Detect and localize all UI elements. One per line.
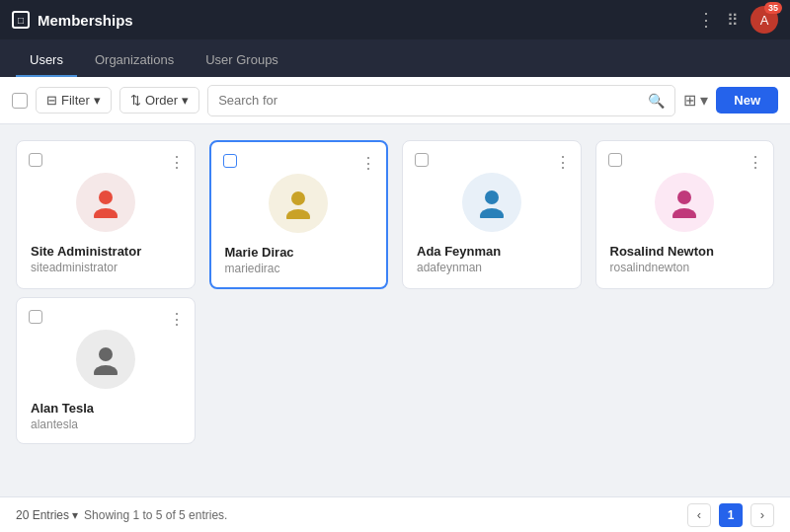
user-cards-row2: ⋮ Alan Tesla alantesla (0, 297, 790, 460)
order-icon: ⇅ (130, 93, 141, 108)
filter-button[interactable]: ⊟ Filter ▾ (36, 87, 112, 114)
card-info-3: Rosalind Newton rosalindnewton (608, 244, 762, 274)
empty-slot-1 (209, 297, 389, 444)
tab-users[interactable]: Users (16, 44, 77, 77)
user-card-ada-feynman[interactable]: ⋮ Ada Feynman adafeynman (402, 140, 582, 289)
card-checkbox-2[interactable] (415, 153, 429, 167)
avatar-area-0 (29, 173, 183, 232)
card-name-1: Marie Dirac (225, 245, 373, 260)
card-info-1: Marie Dirac mariedirac (223, 245, 375, 275)
new-button[interactable]: New (716, 87, 778, 114)
top-bar: □ Memberships ⋮ ⠿ A 35 (0, 0, 790, 39)
footer: 20 Entries ▾ Showing 1 to 5 of 5 entries… (0, 496, 790, 532)
avatar-area-1 (223, 174, 375, 233)
view-toggle[interactable]: ⊞ ▾ (683, 91, 708, 110)
user-avatar-3 (655, 173, 714, 232)
tab-user-groups[interactable]: User Groups (192, 44, 292, 77)
card-name-0: Site Administrator (31, 244, 181, 259)
app-title: Memberships (38, 12, 133, 29)
empty-slot-2 (402, 297, 582, 444)
select-all-checkbox[interactable] (12, 93, 28, 109)
user-avatar-4 (76, 330, 135, 389)
avatar-area-3 (608, 173, 762, 232)
filter-icon: ⊟ (46, 93, 57, 108)
user-card-marie-dirac[interactable]: ⋮ Marie Dirac mariedirac (209, 140, 389, 289)
notification-badge: 35 (764, 2, 782, 14)
svg-point-9 (94, 365, 118, 375)
card-checkbox-0[interactable] (29, 153, 42, 167)
entries-label: 20 Entries (16, 508, 69, 522)
top-bar-right: ⋮ ⠿ A 35 (697, 6, 778, 34)
order-button[interactable]: ⇅ Order ▾ (119, 87, 199, 114)
grid-icon[interactable]: ⠿ (727, 11, 739, 30)
card-menu-3[interactable]: ⋮ (748, 153, 763, 172)
showing-label: Showing 1 to 5 of 5 entries. (84, 508, 227, 522)
svg-point-7 (672, 208, 696, 218)
card-name-2: Ada Feynman (417, 244, 567, 259)
card-menu-4[interactable]: ⋮ (169, 310, 185, 329)
filter-chevron-icon: ▾ (94, 93, 101, 108)
svg-point-3 (286, 209, 310, 219)
svg-point-2 (291, 191, 305, 205)
card-username-2: adafeynman (417, 261, 567, 274)
top-bar-left: □ Memberships (12, 11, 133, 29)
svg-point-1 (94, 208, 118, 218)
prev-page-button[interactable]: ‹ (687, 503, 711, 527)
card-checkbox-3[interactable] (608, 153, 622, 167)
empty-slot-3 (595, 297, 775, 444)
tab-bar: Users Organizations User Groups (0, 39, 790, 77)
card-username-1: mariedirac (225, 262, 373, 275)
search-input[interactable] (218, 93, 648, 108)
search-icon: 🔍 (648, 93, 665, 109)
search-container: 🔍 (207, 85, 675, 116)
order-chevron-icon: ▾ (182, 93, 189, 108)
user-card-rosalind-newton[interactable]: ⋮ Rosalind Newton rosalindnewton (595, 140, 775, 289)
card-checkbox-4[interactable] (29, 310, 42, 324)
card-username-3: rosalindnewton (610, 261, 760, 274)
footer-left: 20 Entries ▾ Showing 1 to 5 of 5 entries… (16, 508, 227, 522)
svg-point-5 (480, 208, 504, 218)
next-page-button[interactable]: › (750, 503, 774, 527)
card-name-4: Alan Tesla (31, 401, 181, 416)
user-avatar-1 (269, 174, 328, 233)
user-cards-row1: ⋮ Site Administrator siteadministrator ⋮ (16, 140, 774, 289)
current-page[interactable]: 1 (719, 503, 743, 527)
card-menu-0[interactable]: ⋮ (169, 153, 185, 172)
card-info-2: Ada Feynman adafeynman (415, 244, 569, 274)
card-info-4: Alan Tesla alantesla (29, 401, 183, 431)
user-card-site-administrator[interactable]: ⋮ Site Administrator siteadministrator (16, 140, 196, 289)
entries-select[interactable]: 20 Entries ▾ (16, 508, 78, 522)
user-avatar-2 (462, 173, 521, 232)
card-username-4: alantesla (31, 418, 181, 431)
footer-nav: ‹ 1 › (687, 503, 774, 527)
svg-point-6 (677, 190, 691, 204)
order-label: Order (145, 93, 178, 108)
user-avatar-badge[interactable]: A 35 (750, 6, 778, 34)
more-options-icon[interactable]: ⋮ (697, 9, 715, 31)
card-menu-1[interactable]: ⋮ (360, 154, 376, 173)
app-logo: □ (12, 11, 30, 29)
user-avatar-0 (76, 173, 135, 232)
svg-point-0 (99, 190, 113, 204)
grid-view-icon: ⊞ (683, 91, 696, 110)
card-info-0: Site Administrator siteadministrator (29, 244, 183, 274)
tab-organizations[interactable]: Organizations (81, 44, 188, 77)
svg-point-4 (485, 190, 499, 204)
entries-chevron-icon: ▾ (72, 508, 78, 522)
svg-point-8 (99, 347, 113, 361)
card-username-0: siteadministrator (31, 261, 181, 274)
card-menu-2[interactable]: ⋮ (555, 153, 571, 172)
card-name-3: Rosalind Newton (610, 244, 760, 259)
toolbar: ⊟ Filter ▾ ⇅ Order ▾ 🔍 ⊞ ▾ New (0, 77, 790, 124)
avatar-area-2 (415, 173, 569, 232)
filter-label: Filter (61, 93, 90, 108)
user-card-alan-tesla[interactable]: ⋮ Alan Tesla alantesla (16, 297, 196, 444)
avatar-area-4 (29, 330, 183, 389)
card-checkbox-1[interactable] (223, 154, 237, 168)
view-chevron-icon: ▾ (700, 91, 708, 110)
